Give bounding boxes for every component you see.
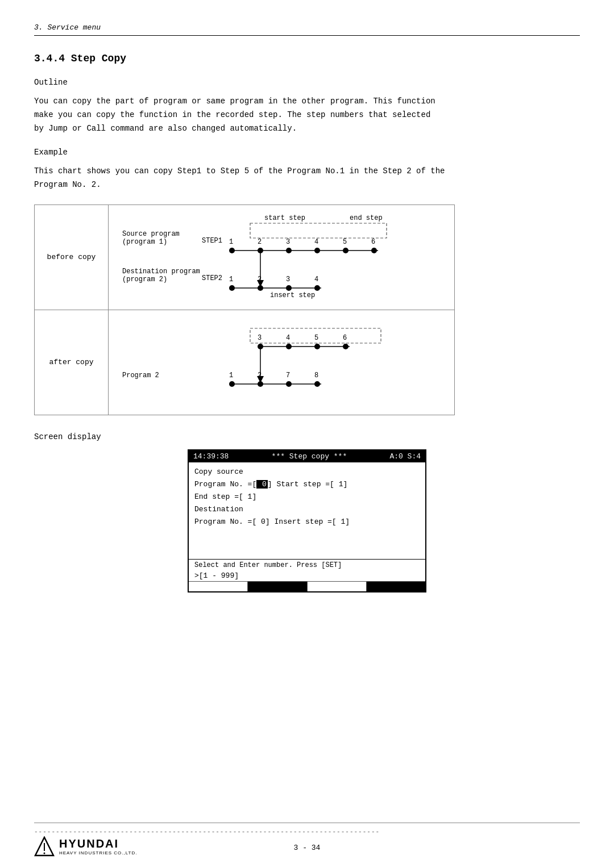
end-step-label: end step [350,214,383,222]
svg-text:8: 8 [314,372,318,379]
after-copy-label: after copy [35,310,109,415]
screen-display-container: 14:39:38 *** Step copy *** A:0 S:4 Copy … [34,449,580,592]
screen-input-row: >[1 - 999] [189,570,425,581]
svg-text:1: 1 [229,372,233,379]
svg-point-27 [343,344,349,349]
screen-status: A:0 S:4 [389,452,421,461]
screen-box: 14:39:38 *** Step copy *** A:0 S:4 Copy … [188,449,426,592]
node-s1-4 [314,248,320,253]
svg-text:(program 1): (program 1) [122,238,167,246]
screen-display-label: Screen display [34,432,580,441]
logo-triangle-svg [34,836,55,857]
screen-line5: Program No. =[ 0] Insert step =[ 1] [194,516,420,528]
start-step-label: start step [264,214,305,222]
node-s1-2 [258,248,263,253]
screen-line1: Copy source [194,466,420,478]
svg-point-40 [44,853,45,854]
section-label: 3. Service menu [34,23,101,32]
svg-text:Destination program: Destination program [122,268,200,276]
screen-line3: End step =[ 1] [194,491,420,503]
footer-logo: HYUNDAI HEAVY INDUSTRIES CO.,LTD. [0,836,137,857]
svg-text:6: 6 [371,238,375,246]
screen-footer: Select and Enter number. Press [SET] [189,559,425,570]
svg-text:2: 2 [258,276,262,283]
node-s1-1 [229,248,235,253]
step2-label: STEP2 [202,274,222,282]
before-copy-label: before copy [35,205,109,310]
after-copy-svg: 3 4 5 6 Program 2 1 2 7 8 [117,316,418,407]
seg-2 [248,582,307,591]
outline-label: Outline [34,78,580,87]
svg-text:3: 3 [286,238,290,246]
diagram-table: before copy start step end step Source p… [34,205,455,415]
svg-text:4: 4 [314,276,318,283]
node-s1-3 [286,248,292,253]
svg-point-36 [314,381,320,387]
logo-text-block: HYUNDAI HEAVY INDUSTRIES CO.,LTD. [59,837,137,856]
svg-text:Source program: Source program [122,230,180,238]
screen-input-text: >[1 - 999] [194,571,239,580]
svg-text:5: 5 [314,334,318,342]
screen-line2: Program No. =[ 0] Start step =[ 1] [194,478,420,491]
svg-point-34 [258,381,263,387]
svg-text:3: 3 [286,276,290,283]
page-footer: ----------------------------------------… [0,823,614,868]
node-s2-3 [286,285,292,291]
header-section: 3. Service menu [34,23,580,36]
svg-point-26 [314,344,320,349]
seg-1 [189,582,248,591]
node-s1-5 [343,248,349,253]
after-copy-row: after copy 3 4 5 6 [35,310,455,415]
svg-text:2: 2 [258,238,262,246]
footer-dashes: ----------------------------------------… [34,828,380,835]
svg-text:1: 1 [229,276,233,283]
svg-point-35 [286,381,292,387]
after-copy-diagram: 3 4 5 6 Program 2 1 2 7 8 [109,310,455,415]
svg-text:5: 5 [343,238,347,246]
screen-time: 14:39:38 [193,452,229,461]
screen-header: 14:39:38 *** Step copy *** A:0 S:4 [189,450,425,462]
svg-point-33 [229,381,235,387]
svg-text:7: 7 [286,372,290,379]
logo-brand-name: HYUNDAI [59,837,137,850]
program2-label: Program 2 [122,372,159,379]
before-copy-svg: start step end step Source program (prog… [117,211,418,302]
node-s2-4 [314,285,320,291]
screen-footer-text: Select and Enter number. Press [SET] [194,561,342,569]
example-label: Example [34,148,580,157]
svg-text:1: 1 [229,238,233,246]
seg-3 [308,582,367,591]
node-s2-2 [258,285,263,291]
screen-body: Copy source Program No. =[ 0] Start step… [189,462,425,559]
screen-mode: *** Step copy *** [272,452,347,461]
insert-step-label: insert step [270,291,315,299]
before-copy-diagram: start step end step Source program (prog… [109,205,455,310]
logo-icon [34,836,55,857]
svg-text:3: 3 [258,334,262,342]
seg-4 [367,582,425,591]
footer-page-number: 3 - 34 [294,844,321,852]
step1-label: STEP1 [202,237,222,245]
example-text: This chart shows you can copy Step1 to S… [34,165,580,192]
section-title: 3.4.4 Step Copy [34,53,580,64]
svg-point-24 [258,344,263,349]
node-s1-6 [371,248,377,253]
svg-text:2: 2 [258,372,262,379]
footer-divider: ----------------------------------------… [34,823,580,836]
svg-text:6: 6 [343,334,347,342]
node-s2-1 [229,285,235,291]
outline-text: You can copy the part of program or same… [34,95,580,135]
svg-point-25 [286,344,292,349]
screen-line4: Destination [194,503,420,516]
logo-sub: HEAVY INDUSTRIES CO.,LTD. [59,850,137,856]
svg-text:4: 4 [286,334,290,342]
svg-text:4: 4 [314,238,318,246]
svg-rect-0 [250,223,387,238]
before-copy-row: before copy start step end step Source p… [35,205,455,310]
svg-text:(program 2): (program 2) [122,276,167,283]
screen-bottom-bar [189,581,425,591]
program-no-highlight: 0 [256,480,268,489]
